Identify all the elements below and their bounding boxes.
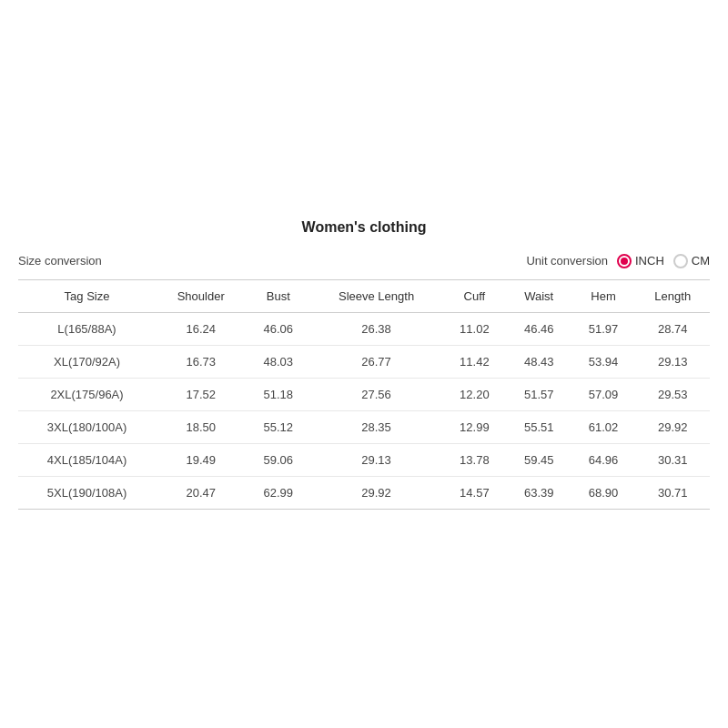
table-header-cell: Shoulder	[156, 279, 246, 312]
table-header-cell: Bust	[246, 279, 310, 312]
measurement-cell: 55.12	[246, 410, 310, 443]
measurement-cell: 51.97	[571, 312, 636, 345]
measurement-cell: 19.49	[156, 443, 246, 476]
controls-row: Size conversion Unit conversion INCH CM	[18, 254, 710, 268]
table-row: 4XL(185/104A)19.4959.0629.1313.7859.4564…	[18, 443, 710, 476]
measurement-cell: 55.51	[507, 410, 571, 443]
tag-size-cell: 5XL(190/108A)	[18, 476, 156, 509]
measurement-cell: 12.99	[442, 410, 507, 443]
measurement-cell: 61.02	[571, 410, 636, 443]
measurement-cell: 29.92	[310, 476, 442, 509]
measurement-cell: 29.13	[636, 345, 711, 378]
measurement-cell: 48.03	[246, 345, 310, 378]
table-row: L(165/88A)16.2446.0626.3811.0246.4651.97…	[18, 312, 710, 345]
tag-size-cell: 2XL(175/96A)	[18, 378, 156, 410]
inch-radio[interactable]: INCH	[617, 254, 664, 268]
table-head: Tag SizeShoulderBustSleeve LengthCuffWai…	[18, 279, 710, 312]
tag-size-cell: 4XL(185/104A)	[18, 443, 156, 476]
table-body: L(165/88A)16.2446.0626.3811.0246.4651.97…	[18, 312, 710, 509]
measurement-cell: 51.57	[507, 378, 571, 410]
measurement-cell: 64.96	[571, 443, 636, 476]
measurement-cell: 16.73	[156, 345, 246, 378]
measurement-cell: 46.46	[507, 312, 571, 345]
measurement-cell: 27.56	[310, 378, 442, 410]
measurement-cell: 46.06	[246, 312, 310, 345]
table-row: 2XL(175/96A)17.5251.1827.5612.2051.5757.…	[18, 378, 710, 410]
table-header-cell: Waist	[507, 279, 571, 312]
measurement-cell: 12.20	[442, 378, 507, 410]
table-header-cell: Cuff	[442, 279, 507, 312]
measurement-cell: 57.09	[571, 378, 636, 410]
table-row: XL(170/92A)16.7348.0326.7711.4248.4353.9…	[18, 345, 710, 378]
size-table: Tag SizeShoulderBustSleeve LengthCuffWai…	[18, 279, 710, 510]
measurement-cell: 59.45	[507, 443, 571, 476]
table-header-row: Tag SizeShoulderBustSleeve LengthCuffWai…	[18, 279, 710, 312]
table-header-cell: Sleeve Length	[310, 279, 442, 312]
measurement-cell: 13.78	[442, 443, 507, 476]
tag-size-cell: XL(170/92A)	[18, 345, 156, 378]
tag-size-cell: 3XL(180/100A)	[18, 410, 156, 443]
table-row: 5XL(190/108A)20.4762.9929.9214.5763.3968…	[18, 476, 710, 509]
measurement-cell: 63.39	[507, 476, 571, 509]
measurement-cell: 62.99	[246, 476, 310, 509]
measurement-cell: 28.74	[636, 312, 711, 345]
table-header-cell: Hem	[571, 279, 636, 312]
size-conversion-label: Size conversion	[18, 254, 102, 268]
measurement-cell: 29.13	[310, 443, 442, 476]
cm-radio-circle[interactable]	[673, 254, 688, 268]
page-title: Women's clothing	[18, 219, 710, 236]
inch-radio-circle[interactable]	[617, 254, 632, 268]
measurement-cell: 26.77	[310, 345, 442, 378]
measurement-cell: 29.53	[636, 378, 711, 410]
measurement-cell: 51.18	[246, 378, 310, 410]
cm-radio[interactable]: CM	[673, 254, 710, 268]
unit-conversion-label: Unit conversion	[526, 254, 608, 268]
measurement-cell: 30.71	[636, 476, 711, 509]
measurement-cell: 18.50	[156, 410, 246, 443]
unit-conversion: Unit conversion INCH CM	[526, 254, 710, 268]
measurement-cell: 29.92	[636, 410, 711, 443]
measurement-cell: 30.31	[636, 443, 711, 476]
measurement-cell: 68.90	[571, 476, 636, 509]
table-header-cell: Tag Size	[18, 279, 156, 312]
cm-label: CM	[692, 254, 710, 268]
table-header-cell: Length	[636, 279, 711, 312]
measurement-cell: 20.47	[156, 476, 246, 509]
measurement-cell: 28.35	[310, 410, 442, 443]
measurement-cell: 14.57	[442, 476, 507, 509]
table-row: 3XL(180/100A)18.5055.1228.3512.9955.5161…	[18, 410, 710, 443]
tag-size-cell: L(165/88A)	[18, 312, 156, 345]
main-container: Women's clothing Size conversion Unit co…	[18, 219, 710, 510]
measurement-cell: 59.06	[246, 443, 310, 476]
measurement-cell: 11.42	[442, 345, 507, 378]
measurement-cell: 11.02	[442, 312, 507, 345]
measurement-cell: 53.94	[571, 345, 636, 378]
measurement-cell: 16.24	[156, 312, 246, 345]
inch-label: INCH	[635, 254, 664, 268]
measurement-cell: 48.43	[507, 345, 571, 378]
measurement-cell: 17.52	[156, 378, 246, 410]
measurement-cell: 26.38	[310, 312, 442, 345]
